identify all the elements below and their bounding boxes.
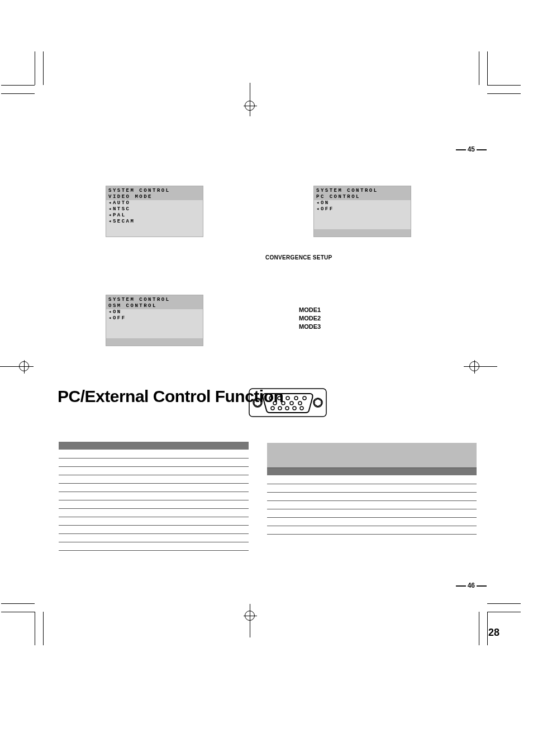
svg-point-5 [269,396,273,400]
svg-point-13 [298,401,302,405]
page-code-bottom: 46 [454,582,488,589]
svg-point-10 [273,401,277,405]
page-number: 28 [488,627,499,639]
svg-point-16 [285,407,289,410]
svg-point-9 [303,396,306,400]
svg-point-7 [286,396,289,400]
svg-point-18 [300,407,303,410]
mode-list: MODE1 MODE2 MODE3 [299,306,321,331]
svg-point-12 [290,401,293,405]
spec-table-right [267,443,477,535]
svg-point-6 [278,396,281,400]
osd-osm-control: SYSTEM CONTROL OSM CONTROL ◂ON ◂OFF [106,295,203,346]
convergence-heading: CONVERGENCE SETUP [265,254,332,261]
osd-pc-control: SYSTEM CONTROL PC CONTROL ◂ON ◂OFF [313,186,411,237]
svg-point-17 [293,407,296,410]
page-code-top: 45 [454,145,488,153]
svg-point-11 [282,401,285,405]
dsub-connector-icon [249,388,327,417]
svg-marker-2 [254,399,261,407]
svg-marker-4 [315,399,321,407]
svg-point-14 [271,407,274,410]
svg-point-15 [278,407,282,410]
osd-video-mode: SYSTEM CONTROL VIDEO MODE ◂AUTO ◂NTSC ◂P… [106,186,203,237]
pin-table-left [59,442,249,551]
svg-point-8 [294,396,298,400]
